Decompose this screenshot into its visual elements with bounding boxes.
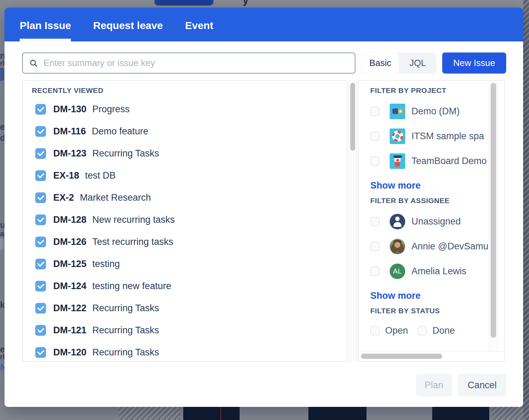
issue-summary: testing	[92, 259, 120, 269]
assignee-checkbox[interactable]	[370, 217, 380, 226]
issue-row[interactable]: DM-125 testing	[23, 253, 347, 275]
issue-row[interactable]: DM-126 Test recurring tasks	[23, 231, 347, 253]
issue-checkbox-checked[interactable]	[35, 325, 46, 336]
issue-key: DM-124	[53, 281, 86, 292]
issue-checkbox-checked[interactable]	[35, 192, 46, 203]
issue-checkbox-checked[interactable]	[35, 170, 46, 181]
issue-row[interactable]: DM-124 testing new feature	[23, 275, 347, 297]
issue-key: DM-123	[53, 148, 86, 159]
issue-summary: Test recurring tasks	[92, 237, 173, 247]
issue-key: DM-120	[53, 347, 86, 358]
recently-viewed-title: RECENTLY VIEWED	[32, 86, 347, 95]
gantt-weekend-column	[119, 407, 180, 420]
background-gantt-strip	[0, 407, 529, 420]
background-pill-fragment	[0, 68, 4, 81]
basic-mode-button[interactable]: Basic	[362, 52, 399, 74]
background-weekend-band	[523, 0, 529, 420]
issue-checkbox-checked[interactable]	[35, 303, 46, 314]
issue-checkbox-checked[interactable]	[35, 126, 46, 137]
status-checkbox[interactable]	[418, 326, 427, 335]
assignee-filter-row[interactable]: AL Amelia Lewis	[370, 259, 489, 284]
tab-request-leave[interactable]: Request leave	[93, 8, 163, 41]
new-issue-button[interactable]: New Issue	[442, 52, 506, 74]
project-checkbox[interactable]	[370, 132, 380, 141]
issue-checkbox-checked[interactable]	[35, 104, 46, 115]
filters-vertical-scrollbar-thumb[interactable]	[491, 83, 496, 338]
status-option-label: Open	[385, 325, 408, 336]
status-checkbox[interactable]	[370, 326, 380, 335]
unassigned-person-icon	[390, 214, 405, 229]
issue-key: DM-125	[53, 259, 86, 269]
gantt-bar	[183, 407, 240, 420]
project-name: Demo (DM)	[411, 106, 460, 117]
assignee-checkbox[interactable]	[370, 242, 380, 251]
project-filter-row[interactable]: TeamBoard Demo	[370, 149, 489, 173]
issue-list-scrollbar-thumb[interactable]	[350, 83, 355, 151]
filters-vertical-scrollbar[interactable]	[489, 81, 498, 361]
issue-checkbox-checked[interactable]	[35, 347, 46, 358]
cancel-button[interactable]: Cancel	[458, 374, 506, 397]
background-pill-fragment	[0, 238, 3, 250]
issue-summary: Market Research	[80, 192, 151, 203]
show-more-projects-link[interactable]: Show more	[370, 180, 421, 191]
jql-mode-button[interactable]: JQL	[399, 52, 436, 74]
gantt-today-line	[220, 407, 221, 420]
project-name: ITSM sample spa	[411, 131, 484, 142]
issue-row[interactable]: DM-122 Recurring Tasks	[23, 297, 347, 319]
background-text-fragment: y	[243, 0, 249, 6]
query-mode-toggle: Basic JQL	[362, 52, 436, 74]
project-checkbox[interactable]	[370, 156, 380, 166]
coffee-cup-icon	[390, 153, 405, 169]
filters-horizontal-scrollbar[interactable]	[359, 351, 504, 361]
issue-key: DM-121	[53, 325, 86, 336]
issue-checkbox-checked[interactable]	[35, 214, 46, 225]
plan-issue-dialog: Plan Issue Request leave Event Basic JQL…	[4, 8, 523, 407]
issue-checkbox-checked[interactable]	[35, 237, 46, 247]
issue-row[interactable]: DM-128 New recurring tasks	[23, 209, 347, 231]
issue-summary: Recurring Tasks	[92, 325, 159, 336]
show-more-assignees-link[interactable]: Show more	[370, 290, 421, 301]
search-input[interactable]	[43, 57, 355, 69]
lifebuoy-icon	[390, 128, 405, 144]
issue-row[interactable]: EX-18 test DB	[23, 164, 347, 187]
tab-plan-issue[interactable]: Plan Issue	[20, 8, 71, 41]
issue-list-scrollbar[interactable]	[349, 80, 357, 362]
issue-summary: Progress	[92, 104, 130, 115]
issue-row[interactable]: DM-123 Recurring Tasks	[23, 142, 347, 164]
issue-key: EX-18	[53, 170, 79, 181]
filters-content: FILTER BY PROJECT Demo (DM) ITSM sample …	[359, 81, 489, 336]
issue-checkbox-checked[interactable]	[35, 148, 46, 159]
issue-key: DM-126	[53, 237, 86, 247]
issue-row[interactable]: DM-130 Progress	[23, 98, 347, 120]
gantt-bar	[308, 407, 366, 420]
tab-event[interactable]: Event	[185, 8, 213, 41]
issue-row[interactable]: DM-116 Demo feature	[23, 120, 347, 142]
status-option-label: Done	[433, 325, 455, 336]
assignee-checkbox[interactable]	[370, 267, 380, 276]
filter-by-project-title: FILTER BY PROJECT	[370, 86, 489, 95]
filters-panel: FILTER BY PROJECT Demo (DM) ITSM sample …	[358, 80, 505, 362]
issue-key: DM-130	[53, 104, 86, 115]
assignee-name: Unassigned	[411, 216, 461, 227]
avatar: AL	[390, 264, 405, 279]
issue-summary: Recurring Tasks	[92, 347, 159, 358]
issue-row[interactable]: DM-121 Recurring Tasks	[23, 319, 347, 341]
assignee-name: Annie @DevSamu	[411, 241, 489, 252]
issue-row[interactable]: EX-2 Market Research	[23, 187, 347, 209]
issue-search-box	[22, 52, 355, 74]
issue-summary: Recurring Tasks	[92, 303, 159, 314]
assignee-filter-row[interactable]: Annie @DevSamu	[370, 234, 489, 259]
issue-checkbox-checked[interactable]	[35, 281, 46, 292]
issue-checkbox-checked[interactable]	[35, 259, 46, 269]
plan-button[interactable]: Plan	[416, 374, 452, 397]
project-filter-row[interactable]: ITSM sample spa	[370, 124, 489, 149]
assignee-filter-row[interactable]: Unassigned	[370, 209, 489, 234]
battery-icon	[390, 104, 405, 119]
assignee-name: Amelia Lewis	[411, 266, 466, 277]
issue-row[interactable]: DM-120 Recurring Tasks	[23, 341, 347, 362]
project-checkbox[interactable]	[370, 107, 380, 116]
issue-key: EX-2	[53, 192, 74, 203]
project-name: TeamBoard Demo	[411, 156, 487, 166]
project-filter-row[interactable]: Demo (DM)	[370, 99, 489, 124]
filters-horizontal-scrollbar-thumb[interactable]	[361, 354, 442, 359]
